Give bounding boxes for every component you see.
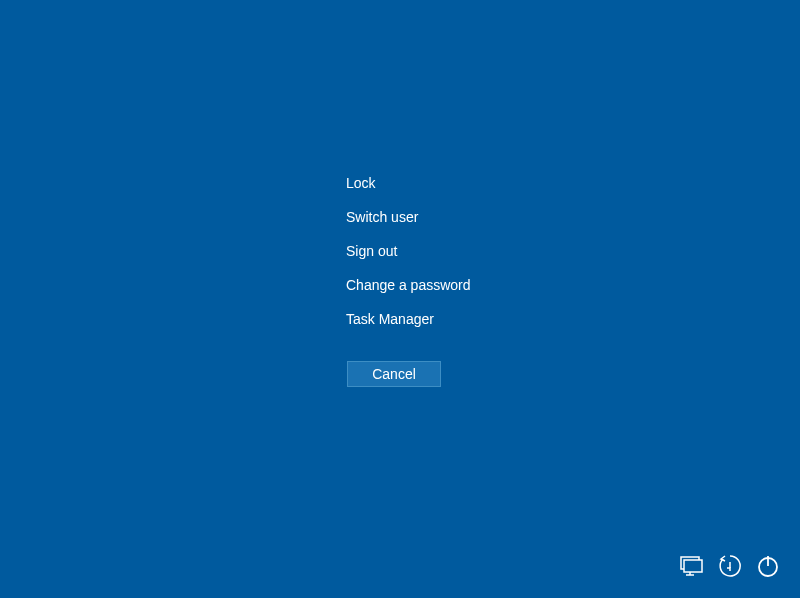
ease-of-access-icon[interactable] <box>718 554 742 578</box>
lock-option[interactable]: Lock <box>346 166 471 200</box>
cancel-button[interactable]: Cancel <box>347 361 441 387</box>
task-manager-option[interactable]: Task Manager <box>346 302 471 336</box>
sign-out-option[interactable]: Sign out <box>346 234 471 268</box>
security-options-menu: Lock Switch user Sign out Change a passw… <box>346 166 471 336</box>
bottom-toolbar <box>680 554 780 578</box>
change-password-option[interactable]: Change a password <box>346 268 471 302</box>
switch-user-option[interactable]: Switch user <box>346 200 471 234</box>
svg-rect-1 <box>684 560 702 572</box>
network-icon[interactable] <box>680 554 704 578</box>
power-icon[interactable] <box>756 554 780 578</box>
